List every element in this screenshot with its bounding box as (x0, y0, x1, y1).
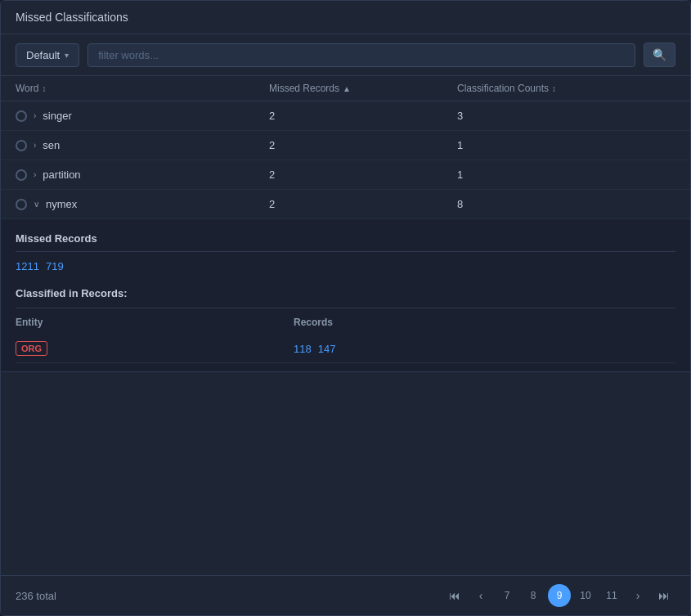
chevron-right-icon[interactable]: › (34, 170, 36, 179)
table-row: ∨ nymex 2 8 (1, 190, 690, 219)
row-circle-icon (16, 169, 27, 181)
classification-val: 1 (457, 169, 675, 181)
total-text: 236 total (16, 590, 56, 602)
word-text: partition (43, 169, 80, 181)
classified-table-header: Entity Records (16, 317, 675, 328)
entity-badge: ORG (16, 341, 47, 356)
classified-title: Classified in Records: (16, 287, 675, 299)
page-8-button[interactable]: 8 (522, 584, 545, 607)
table-row: › sen 2 1 (1, 131, 690, 160)
prev-page-button[interactable]: ‹ (469, 584, 492, 607)
col-word[interactable]: Word ↕ (16, 83, 269, 94)
chevron-down-icon: ▾ (65, 51, 69, 60)
col-classification-counts[interactable]: Classification Counts ↕ (457, 83, 675, 94)
records-col-header: Records (294, 317, 675, 328)
record-link-719[interactable]: 719 (46, 260, 64, 272)
sort-classification-icon: ↕ (552, 84, 556, 93)
page-9-button[interactable]: 9 (548, 584, 571, 607)
word-text: sen (43, 139, 60, 151)
search-button[interactable]: 🔍 (644, 43, 675, 67)
filter-input[interactable] (87, 43, 635, 67)
row-circle-icon (16, 140, 27, 151)
missed-record-links: 1211 719 (16, 260, 675, 272)
row-word-partition: › partition (16, 169, 269, 181)
page-7-button[interactable]: 7 (496, 584, 518, 607)
chevron-down-icon[interactable]: ∨ (34, 200, 39, 209)
row-word-sen: › sen (16, 139, 269, 151)
sort-missed-icon: ▲ (343, 84, 351, 93)
section-divider-2 (16, 308, 675, 308)
chevron-right-icon[interactable]: › (34, 111, 36, 120)
classification-val: 1 (457, 139, 675, 151)
row-word-singer: › singer (16, 110, 269, 122)
first-page-button[interactable]: ⏮ (443, 584, 466, 607)
default-dropdown[interactable]: Default ▾ (16, 43, 79, 67)
classification-val: 8 (457, 198, 675, 210)
chevron-right-icon[interactable]: › (34, 141, 36, 150)
classified-section: Classified in Records: Entity Records OR… (16, 287, 675, 363)
missed-val: 2 (269, 110, 457, 122)
expanded-nymex-section: Missed Records 1211 719 Classified in Re… (1, 219, 690, 372)
next-page-button[interactable]: › (626, 584, 649, 607)
missed-val: 2 (269, 198, 457, 210)
entity-col-header: Entity (16, 317, 294, 328)
section-divider (16, 251, 675, 252)
word-text: nymex (46, 198, 77, 210)
classified-link-147[interactable]: 147 (318, 343, 336, 355)
missed-records-heading: Missed Records (16, 232, 675, 245)
classification-val: 3 (457, 110, 675, 122)
sort-word-icon: ↕ (42, 84, 46, 93)
toolbar: Default ▾ 🔍 (1, 34, 690, 76)
pagination: ⏮ ‹ 7 8 9 10 11 › (443, 584, 675, 607)
row-circle-icon (16, 110, 27, 122)
title-text: Missed Classifications (16, 11, 128, 24)
record-link-1211[interactable]: 1211 (16, 260, 39, 272)
table-header: Word ↕ Missed Records ▲ Classification C… (1, 76, 690, 101)
row-circle-icon (16, 199, 27, 210)
content-area[interactable]: › singer 2 3 › sen 2 1 › partition 2 1 (1, 101, 690, 575)
page-11-button[interactable]: 11 (600, 584, 623, 607)
page-10-button[interactable]: 10 (574, 584, 597, 607)
classified-link-118[interactable]: 118 (294, 343, 312, 355)
entity-cell: ORG (16, 341, 294, 356)
missed-val: 2 (269, 169, 457, 181)
table-row: › singer 2 3 (1, 101, 690, 131)
classified-row: ORG 118 147 (16, 335, 675, 363)
word-text: singer (43, 110, 71, 122)
classified-record-links: 118 147 (294, 343, 675, 355)
main-container: Missed Classifications Default ▾ 🔍 Word … (0, 0, 691, 616)
search-icon: 🔍 (653, 48, 666, 61)
missed-val: 2 (269, 139, 457, 151)
last-page-button[interactable]: ⏭ (653, 584, 675, 607)
table-row: › partition 2 1 (1, 160, 690, 190)
dropdown-label: Default (26, 49, 60, 61)
col-missed-records[interactable]: Missed Records ▲ (269, 83, 457, 94)
row-word-nymex: ∨ nymex (16, 198, 269, 210)
footer: 236 total ⏮ ‹ 7 8 9 10 11 (1, 575, 690, 615)
panel-title: Missed Classifications (1, 1, 690, 34)
